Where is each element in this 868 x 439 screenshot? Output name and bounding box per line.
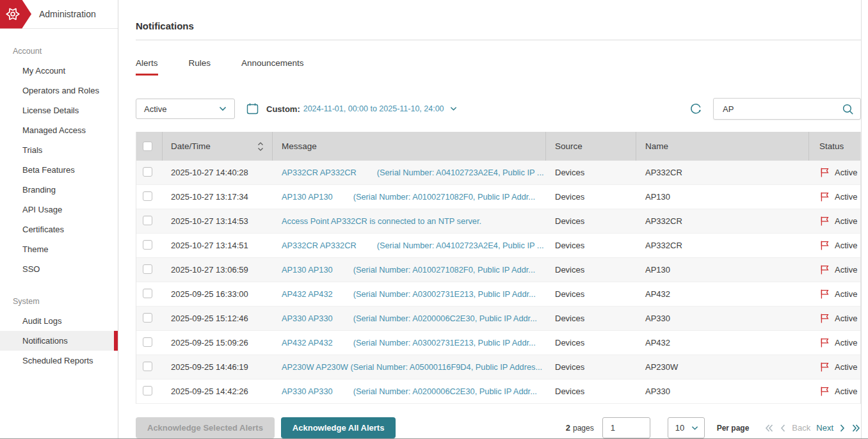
sidebar-item-license-details[interactable]: License Details: [0, 100, 118, 120]
last-page-icon[interactable]: [851, 424, 861, 433]
table-row: 2025-10-27 14:40:28 AP332CR AP332CR (Ser…: [136, 161, 860, 185]
sidebar-item-audit-logs[interactable]: Audit Logs: [0, 311, 118, 331]
row-name: AP330: [636, 314, 809, 323]
sidebar-item-sso[interactable]: SSO: [0, 259, 118, 279]
previous-page-icon[interactable]: [780, 424, 786, 433]
sidebar-item-branding[interactable]: Branding: [0, 180, 118, 200]
flag-icon: [819, 264, 830, 275]
scrollbar-track[interactable]: [861, 0, 862, 438]
next-page-icon[interactable]: [839, 424, 846, 433]
row-datetime: 2025-10-27 13:06:59: [163, 265, 273, 275]
row-checkbox[interactable]: [143, 264, 152, 274]
message-link[interactable]: Access Point AP332CR is connected to an …: [282, 216, 481, 226]
row-checkbox[interactable]: [143, 386, 152, 395]
status-badge: Active: [835, 289, 857, 299]
per-page-value: 10: [675, 423, 684, 433]
tab-alerts[interactable]: Alerts: [136, 58, 158, 76]
message-link[interactable]: AP330 AP330 (Serial Number: A0200006C2E3…: [282, 387, 537, 396]
row-datetime: 2025-09-25 15:09:26: [163, 338, 273, 347]
table-row: 2025-09-25 15:09:26 AP432 AP432 (Serial …: [136, 331, 860, 355]
message-link[interactable]: AP330 AP330 (Serial Number: A0200006C2E3…: [282, 314, 537, 323]
row-source: Devices: [546, 216, 636, 226]
row-source: Devices: [546, 314, 636, 323]
header-status: Status: [809, 132, 860, 161]
refresh-icon[interactable]: [689, 102, 703, 116]
message-link[interactable]: AP332CR AP332CR (Serial Number: A0410272…: [282, 168, 544, 177]
status-badge: Active: [835, 387, 857, 396]
table-row: 2025-09-25 14:46:19 AP230W AP230W (Seria…: [136, 355, 860, 379]
sidebar-item-scheduled-reports[interactable]: Scheduled Reports: [0, 351, 118, 371]
search-input[interactable]: [723, 104, 842, 114]
header-date-time-label: Date/Time: [171, 141, 211, 151]
sidebar-header: Administration: [0, 0, 118, 29]
pager-controls: Back Next: [764, 423, 861, 433]
row-checkbox[interactable]: [143, 216, 152, 225]
sidebar-item-api-usage[interactable]: API Usage: [0, 200, 118, 219]
gear-icon: [4, 6, 21, 22]
sidebar-item-managed-access[interactable]: Managed Access: [0, 120, 118, 140]
row-checkbox[interactable]: [143, 313, 152, 323]
row-source: Devices: [546, 265, 636, 275]
flag-icon: [819, 362, 830, 372]
tab-rules[interactable]: Rules: [189, 58, 211, 76]
search-icon[interactable]: [842, 103, 854, 115]
search-box: [713, 98, 861, 120]
page-title: Notifications: [136, 0, 861, 40]
sidebar-item-my-account[interactable]: My Account: [0, 61, 118, 81]
back-button[interactable]: Back: [792, 423, 810, 433]
row-datetime: 2025-09-25 15:12:46: [163, 314, 273, 323]
flag-icon: [819, 313, 830, 324]
table-row: 2025-09-25 15:12:46 AP330 AP330 (Serial …: [136, 307, 860, 331]
header-select-all-cell: [136, 132, 163, 161]
row-checkbox[interactable]: [143, 167, 152, 177]
sidebar-item-trials[interactable]: Trials: [0, 140, 118, 160]
flag-icon: [819, 386, 830, 397]
message-link[interactable]: AP332CR AP332CR (Serial Number: A0410272…: [282, 241, 544, 250]
tab-announcements[interactable]: Announcements: [241, 58, 304, 76]
row-datetime: 2025-09-25 14:46:19: [163, 362, 273, 372]
acknowledge-all-button[interactable]: Acknowledge All Alerts: [281, 417, 396, 438]
flag-icon: [819, 216, 830, 227]
page-number-input[interactable]: [602, 417, 650, 438]
status-badge: Active: [835, 338, 857, 347]
status-badge: Active: [835, 192, 857, 202]
sidebar-item-notifications[interactable]: Notifications: [0, 331, 118, 351]
row-source: Devices: [546, 192, 636, 202]
sort-icon[interactable]: [257, 141, 264, 152]
row-source: Devices: [546, 338, 636, 347]
flag-icon: [819, 167, 830, 178]
row-checkbox[interactable]: [143, 362, 152, 371]
message-link[interactable]: AP130 AP130 (Serial Number: A0100271082F…: [282, 192, 535, 202]
flag-icon: [819, 240, 830, 251]
row-checkbox[interactable]: [143, 240, 152, 250]
alerts-table: Date/Time Message Source Name Status 202…: [136, 132, 861, 404]
row-source: Devices: [546, 387, 636, 396]
flag-icon: [819, 289, 830, 299]
per-page-select[interactable]: 10: [668, 417, 705, 438]
main-content: Notifications Alerts Rules Announcements…: [119, 0, 868, 438]
message-link[interactable]: AP432 AP432 (Serial Number: A03002731E21…: [282, 338, 536, 347]
first-page-icon[interactable]: [764, 424, 774, 433]
chevron-down-icon: [219, 106, 227, 111]
message-link[interactable]: AP432 AP432 (Serial Number: A03002731E21…: [282, 289, 536, 299]
status-badge: Active: [835, 168, 857, 177]
sidebar-section-system: System Audit Logs Notifications Schedule…: [0, 293, 118, 371]
sidebar-item-theme[interactable]: Theme: [0, 239, 118, 259]
acknowledge-selected-button[interactable]: Acknowledge Selected Alerts: [136, 417, 275, 438]
message-link[interactable]: AP130 AP130 (Serial Number: A0100271082F…: [282, 265, 535, 275]
row-checkbox[interactable]: [143, 191, 152, 201]
sidebar-item-beta-features[interactable]: Beta Features: [0, 160, 118, 180]
per-page-label: Per page: [717, 424, 750, 433]
row-source: Devices: [546, 168, 636, 177]
sidebar-item-operators-and-roles[interactable]: Operators and Roles: [0, 81, 118, 100]
row-checkbox[interactable]: [143, 289, 152, 298]
row-checkbox[interactable]: [143, 337, 152, 347]
date-range-filter[interactable]: Custom: 2024-11-01, 00:00 to 2025-11-10,…: [246, 102, 457, 115]
select-all-checkbox[interactable]: [143, 141, 152, 151]
message-link[interactable]: AP230W AP230W (Serial Number: A05000116F…: [282, 362, 542, 372]
status-filter-select[interactable]: Active: [136, 99, 235, 119]
row-datetime: 2025-10-27 13:17:34: [163, 192, 273, 202]
row-name: AP432: [636, 338, 809, 347]
next-button[interactable]: Next: [816, 423, 833, 433]
sidebar-item-certificates[interactable]: Certificates: [0, 219, 118, 239]
